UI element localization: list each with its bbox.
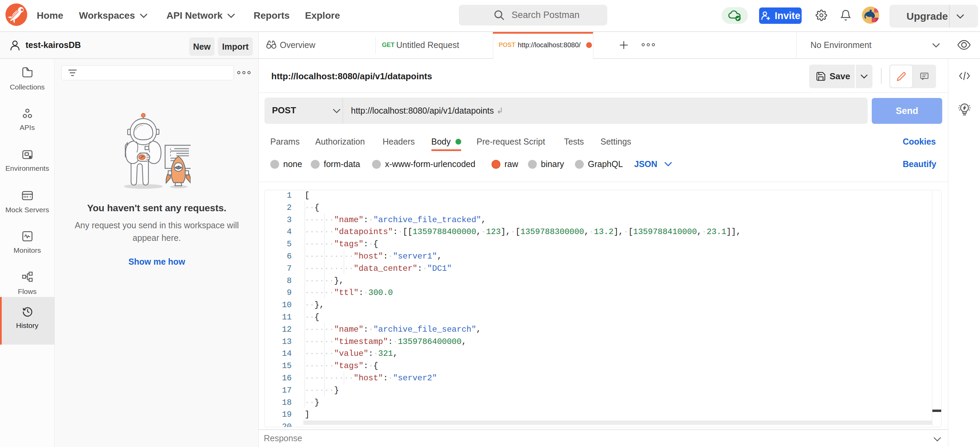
svg-text:</>: </>	[175, 165, 182, 170]
